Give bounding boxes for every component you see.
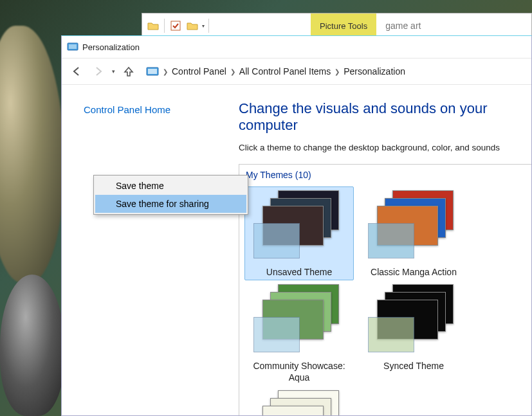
chevron-right-icon[interactable]: ❯ — [230, 68, 235, 75]
theme-item[interactable]: Community Showcase: Aqua — [244, 280, 354, 386]
separator — [164, 19, 165, 33]
theme-item[interactable]: Classic Manga Action — [359, 186, 468, 280]
page-subtitle: Click a theme to change the desktop back… — [239, 143, 531, 152]
theme-thumbnail — [251, 283, 347, 355]
svg-rect-0 — [171, 21, 180, 30]
control-panel-icon — [146, 66, 159, 77]
theme-grid: Unsaved ThemeClassic Manga ActionCommuni… — [239, 184, 531, 415]
control-panel-home-link[interactable]: Control Panel Home — [84, 104, 228, 115]
recent-locations-dropdown[interactable]: ▾ — [112, 68, 115, 75]
breadcrumb-item[interactable]: Personalization — [344, 66, 405, 77]
titlebar[interactable]: Personalization — [62, 36, 531, 58]
theme-thumbnail — [251, 389, 347, 415]
svg-rect-4 — [148, 69, 157, 74]
theme-item[interactable]: Unsaved Theme — [244, 186, 354, 280]
chevron-right-icon[interactable]: ❯ — [335, 68, 340, 75]
back-button[interactable] — [68, 63, 85, 80]
new-folder-icon[interactable] — [185, 19, 199, 33]
breadcrumb[interactable]: ❯ Control Panel ❯ All Control Panel Item… — [146, 66, 405, 77]
navigation-bar: ▾ ❯ Control Panel ❯ All Control Panel It… — [62, 58, 531, 85]
themes-group-label: My Themes (10) — [239, 170, 531, 184]
theme-item[interactable]: Synced Theme — [359, 280, 468, 386]
breadcrumb-item[interactable]: Control Panel — [172, 66, 226, 77]
quick-access-toolbar: ▾ — [142, 19, 214, 33]
svg-rect-2 — [69, 44, 77, 49]
theme-thumbnail — [251, 189, 347, 261]
theme-label: Classic Manga Action — [371, 266, 457, 278]
theme-thumbnail — [365, 283, 462, 355]
personalization-window: Personalization ▾ ❯ Control Panel ❯ All … — [61, 35, 532, 416]
forward-button — [90, 63, 107, 80]
theme-thumbnail — [365, 189, 462, 261]
qat-dropdown-icon[interactable]: ▾ — [202, 23, 205, 29]
separator — [208, 19, 209, 33]
tab-picture-tools[interactable]: Picture Tools — [311, 14, 376, 38]
tab-folder-name[interactable]: game art — [376, 17, 430, 35]
theme-label: Synced Theme — [383, 360, 444, 372]
context-menu: Save theme Save theme for sharing — [93, 175, 248, 215]
theme-label: Unsaved Theme — [266, 266, 332, 278]
menu-save-theme[interactable]: Save theme — [95, 177, 246, 195]
menu-save-theme-for-sharing[interactable]: Save theme for sharing — [95, 195, 246, 213]
chevron-right-icon[interactable]: ❯ — [163, 68, 168, 75]
folder-icon[interactable] — [146, 19, 160, 33]
sidebar: Control Panel Home — [62, 85, 239, 415]
properties-checkbox-icon[interactable] — [169, 19, 183, 33]
up-button[interactable] — [120, 63, 137, 80]
window-title: Personalization — [82, 42, 140, 52]
breadcrumb-item[interactable]: All Control Panel Items — [239, 66, 331, 77]
content-area: Control Panel Home Change the visuals an… — [62, 85, 531, 415]
themes-group: My Themes (10) Unsaved ThemeClassic Mang… — [239, 164, 531, 415]
theme-label: Community Showcase: Aqua — [247, 360, 351, 383]
theme-item[interactable]: 白日夢 (Daydream) — [244, 386, 354, 415]
explorer-window-ribbon: ▾ Picture Tools game art — [142, 13, 532, 39]
page-heading: Change the visuals and sounds on your co… — [239, 100, 531, 134]
main-panel: Change the visuals and sounds on your co… — [239, 85, 531, 415]
personalization-icon — [67, 41, 78, 53]
